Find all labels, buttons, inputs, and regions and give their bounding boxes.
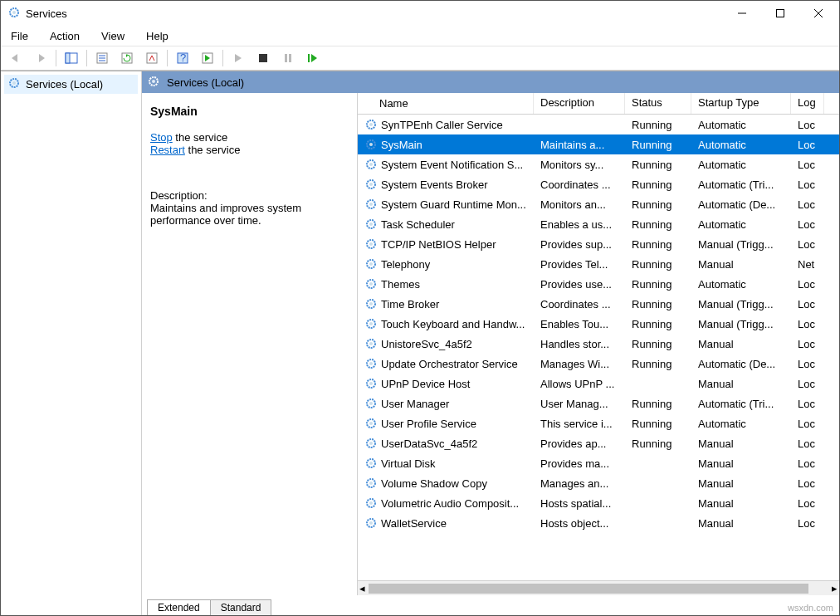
right-pane: Services (Local) SysMain Stop the servic… bbox=[142, 71, 839, 615]
menu-file[interactable]: File bbox=[7, 28, 32, 44]
service-status: Running bbox=[625, 139, 691, 151]
service-row[interactable]: System Guard Runtime Mon...Monitors an..… bbox=[358, 194, 839, 214]
service-logon: Loc bbox=[791, 318, 824, 330]
service-row[interactable]: User ManagerUser Manag...RunningAutomati… bbox=[358, 394, 839, 413]
scroll-right-icon[interactable]: ▸ bbox=[832, 582, 838, 594]
service-status: Running bbox=[625, 418, 691, 430]
service-startup: Manual bbox=[691, 517, 791, 530]
service-gear-icon bbox=[364, 357, 378, 370]
service-row[interactable]: SynTPEnh Caller ServiceRunningAutomaticL… bbox=[358, 115, 839, 134]
service-logon: Loc bbox=[791, 497, 824, 510]
show-hide-button[interactable] bbox=[60, 47, 83, 69]
service-row[interactable]: UnistoreSvc_4a5f2Handles stor...RunningM… bbox=[358, 334, 839, 354]
service-row[interactable]: SysMainMaintains a...RunningAutomaticLoc bbox=[358, 134, 839, 154]
col-status[interactable]: Status bbox=[625, 93, 691, 114]
service-startup: Automatic (De... bbox=[691, 198, 791, 211]
refresh-button[interactable] bbox=[115, 47, 139, 69]
forward-button[interactable] bbox=[29, 47, 52, 69]
export-button[interactable] bbox=[140, 47, 164, 69]
service-logon: Loc bbox=[791, 119, 824, 131]
svg-point-54 bbox=[369, 402, 373, 405]
service-row[interactable]: UPnP Device HostAllows UPnP ...ManualLoc bbox=[358, 374, 839, 394]
service-status: Running bbox=[625, 159, 691, 171]
svg-rect-3 bbox=[777, 10, 784, 17]
services-icon bbox=[7, 6, 21, 22]
service-logon: Net bbox=[791, 258, 824, 271]
service-logon: Loc bbox=[791, 298, 824, 310]
restart-link[interactable]: Restart bbox=[150, 144, 185, 156]
minimize-button[interactable] bbox=[723, 1, 761, 26]
scroll-thumb[interactable] bbox=[369, 584, 808, 594]
list-rows[interactable]: SynTPEnh Caller ServiceRunningAutomaticL… bbox=[358, 115, 839, 580]
service-startup: Manual (Trigg... bbox=[691, 298, 791, 310]
col-startup[interactable]: Startup Type bbox=[691, 93, 791, 114]
service-row[interactable]: User Profile ServiceThis service i...Run… bbox=[358, 413, 839, 433]
service-row[interactable]: WalletServiceHosts object...ManualLoc bbox=[358, 513, 839, 533]
maximize-button[interactable] bbox=[761, 1, 799, 26]
service-row[interactable]: TCP/IP NetBIOS HelperProvides sup...Runn… bbox=[358, 234, 839, 254]
col-logon[interactable]: Log bbox=[791, 93, 824, 114]
tree-root[interactable]: Services (Local) bbox=[4, 75, 138, 94]
svg-text:?: ? bbox=[180, 52, 186, 64]
service-gear-icon bbox=[364, 337, 378, 350]
stop-service-button[interactable] bbox=[252, 47, 275, 69]
stop-tail: the service bbox=[173, 131, 227, 144]
back-button[interactable] bbox=[4, 47, 27, 69]
tab-extended[interactable]: Extended bbox=[147, 599, 211, 615]
svg-rect-13 bbox=[147, 53, 157, 63]
service-desc: Provides sup... bbox=[534, 238, 625, 251]
stop-link[interactable]: Stop bbox=[150, 131, 173, 144]
service-gear-icon bbox=[364, 397, 378, 410]
scroll-left-icon[interactable]: ◂ bbox=[359, 582, 365, 594]
service-startup: Manual bbox=[691, 457, 791, 470]
service-gear-icon bbox=[364, 457, 378, 470]
start-service-button[interactable] bbox=[227, 47, 250, 69]
service-row[interactable]: System Event Notification S...Monitors s… bbox=[358, 154, 839, 174]
service-gear-icon bbox=[364, 138, 378, 151]
service-row[interactable]: System Events BrokerCoordinates ...Runni… bbox=[358, 174, 839, 194]
menu-help[interactable]: Help bbox=[143, 28, 172, 44]
service-desc: Hosts spatial... bbox=[534, 497, 625, 510]
service-row[interactable]: Virtual DiskProvides ma...ManualLoc bbox=[358, 453, 839, 473]
svg-rect-18 bbox=[285, 54, 287, 62]
service-row[interactable]: Task SchedulerEnables a us...RunningAuto… bbox=[358, 214, 839, 234]
scroll-track[interactable] bbox=[369, 584, 828, 594]
col-description[interactable]: Description bbox=[534, 93, 625, 114]
svg-point-44 bbox=[369, 302, 373, 306]
svg-point-56 bbox=[369, 422, 373, 425]
service-logon: Loc bbox=[791, 238, 824, 251]
service-row[interactable]: Volume Shadow CopyManages an...ManualLoc bbox=[358, 473, 839, 493]
service-row[interactable]: TelephonyProvides Tel...RunningManualNet bbox=[358, 254, 839, 274]
pause-service-button[interactable] bbox=[276, 47, 300, 69]
separator bbox=[86, 50, 87, 66]
col-name[interactable]: Name bbox=[358, 93, 534, 114]
help-button[interactable]: ? bbox=[171, 47, 194, 69]
horizontal-scrollbar[interactable]: ◂ ▸ bbox=[358, 580, 839, 595]
restart-service-button[interactable] bbox=[301, 47, 325, 69]
service-row[interactable]: Volumetric Audio Composit...Hosts spatia… bbox=[358, 493, 839, 513]
service-row[interactable]: UserDataSvc_4a5f2Provides ap...RunningMa… bbox=[358, 433, 839, 453]
service-desc: Provides Tel... bbox=[534, 258, 625, 271]
menu-view[interactable]: View bbox=[98, 28, 128, 44]
tab-standard[interactable]: Standard bbox=[210, 599, 272, 615]
separator bbox=[167, 50, 168, 66]
service-gear-icon bbox=[364, 277, 378, 291]
description-head: Description: bbox=[150, 189, 349, 202]
service-row[interactable]: ThemesProvides use...RunningAutomaticLoc bbox=[358, 274, 839, 294]
svg-point-24 bbox=[152, 80, 155, 83]
service-logon: Loc bbox=[791, 378, 824, 390]
restart-tail: the service bbox=[185, 144, 240, 156]
service-row[interactable]: Time BrokerCoordinates ...RunningManual … bbox=[358, 294, 839, 314]
service-row[interactable]: Touch Keyboard and Handw...Enables Tou..… bbox=[358, 314, 839, 334]
service-name: SynTPEnh Caller Service bbox=[381, 119, 503, 131]
service-status: Running bbox=[625, 398, 691, 410]
svg-point-38 bbox=[369, 242, 373, 246]
close-button[interactable] bbox=[799, 1, 838, 26]
service-startup: Manual bbox=[691, 378, 791, 390]
service-status: Running bbox=[625, 278, 691, 291]
play-extra-button[interactable] bbox=[196, 47, 219, 69]
service-gear-icon bbox=[364, 437, 378, 450]
menu-action[interactable]: Action bbox=[46, 28, 83, 44]
service-row[interactable]: Update Orchestrator ServiceManages Wi...… bbox=[358, 354, 839, 374]
properties-button[interactable] bbox=[90, 47, 114, 69]
